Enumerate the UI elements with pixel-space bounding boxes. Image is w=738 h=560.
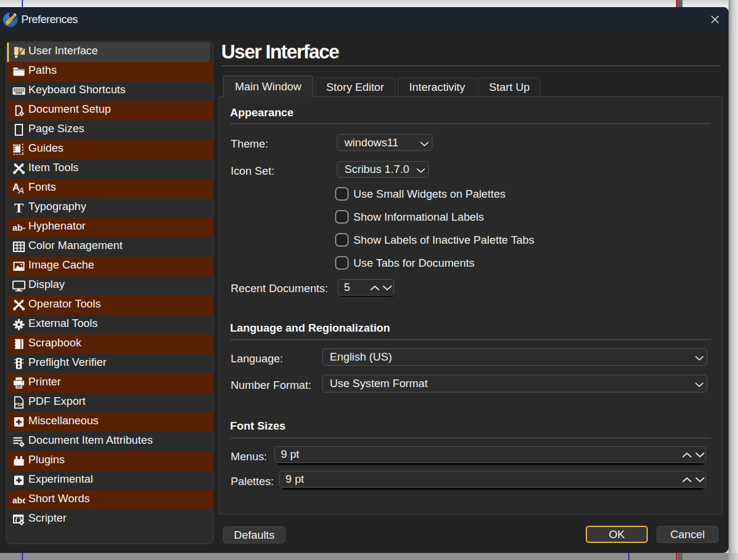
svg-text:A: A [18, 185, 24, 195]
svg-text:abc: abc [12, 496, 25, 505]
svg-text:ab-: ab- [12, 222, 25, 232]
svg-text:PDF: PDF [15, 402, 24, 407]
svg-text:T: T [14, 201, 24, 214]
